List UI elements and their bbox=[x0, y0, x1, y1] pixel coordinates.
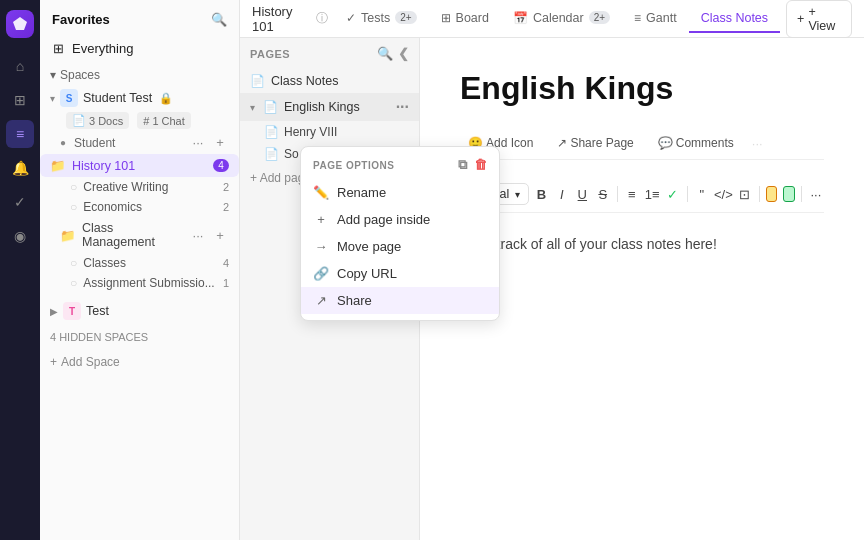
ctx-link-icon: 🔗 bbox=[313, 266, 329, 281]
page-item-henry-viii[interactable]: 📄 Henry VIII bbox=[240, 121, 419, 143]
class-mgmt-actions: ··· + bbox=[189, 228, 229, 243]
chevron-down2-icon: ▾ bbox=[250, 102, 255, 113]
tab-calendar[interactable]: 📅 Calendar 2+ bbox=[501, 5, 622, 33]
tab-class-notes[interactable]: Class Notes bbox=[689, 5, 780, 33]
italic-button[interactable]: I bbox=[554, 182, 570, 206]
color-green[interactable] bbox=[783, 186, 795, 202]
folder-icon: 📁 bbox=[50, 158, 66, 173]
svg-marker-0 bbox=[13, 17, 27, 30]
board-icon: ⊞ bbox=[441, 11, 451, 25]
sidebar-search-icon[interactable]: 🔍 bbox=[211, 12, 227, 27]
creative-count: 2 bbox=[223, 181, 229, 193]
rail-home-icon[interactable]: ⌂ bbox=[6, 52, 34, 80]
ctx-copy-url[interactable]: 🔗 Copy URL bbox=[301, 260, 499, 287]
space-student-test[interactable]: ▾ S Student Test 🔒 bbox=[40, 86, 239, 110]
favorites-title: Favorites bbox=[52, 12, 110, 27]
sidebar-item-everything[interactable]: ⊞ Everything bbox=[40, 37, 239, 60]
share-page-button[interactable]: ↗ Share Page bbox=[549, 133, 641, 153]
nav-item-assignment[interactable]: ○ Assignment Submissio... 1 bbox=[40, 273, 239, 293]
unordered-list-button[interactable]: ≡ bbox=[624, 182, 640, 206]
circle-sm4-icon: ○ bbox=[70, 276, 77, 290]
rail-grid-icon[interactable]: ⊞ bbox=[6, 86, 34, 114]
ctx-add-page-inside[interactable]: + Add page inside bbox=[301, 206, 499, 233]
ctx-header-actions: ⧉ 🗑 bbox=[458, 157, 487, 173]
info-icon[interactable]: ⓘ bbox=[316, 10, 328, 27]
student-add-icon[interactable]: + bbox=[211, 135, 229, 150]
add-view-button[interactable]: + + View bbox=[786, 0, 852, 38]
space-test[interactable]: ▶ T Test bbox=[40, 299, 239, 323]
child-doc2-icon: 📄 bbox=[264, 147, 279, 161]
student-badge: S bbox=[60, 89, 78, 107]
nav-item-creative-writing[interactable]: ○ Creative Writing 2 bbox=[40, 177, 239, 197]
underline-button[interactable]: U bbox=[574, 182, 590, 206]
pages-search-icon[interactable]: 🔍 bbox=[377, 46, 394, 61]
tab-tests[interactable]: ✓ Tests 2+ bbox=[334, 5, 429, 33]
calendar-badge: 2+ bbox=[589, 11, 610, 24]
breadcrumb-title: History 101 bbox=[252, 4, 312, 34]
ordered-list-button[interactable]: 1≡ bbox=[644, 182, 660, 206]
tests-icon: ✓ bbox=[346, 11, 356, 25]
chat-chip[interactable]: # 1 Chat bbox=[137, 112, 191, 129]
student-group[interactable]: ● Student ··· + bbox=[40, 131, 239, 154]
class-mgmt-add-icon[interactable]: + bbox=[211, 228, 229, 243]
ctx-rename[interactable]: ✏️ Rename bbox=[301, 179, 499, 206]
chat-icon: # bbox=[143, 115, 149, 127]
top-bar-right: + + View bbox=[786, 0, 852, 38]
pages-header: PAGES 🔍 ❮ bbox=[240, 38, 419, 69]
app-logo bbox=[6, 10, 34, 38]
ctx-move-page[interactable]: → Move page bbox=[301, 233, 499, 260]
nav-item-economics[interactable]: ○ Economics 2 bbox=[40, 197, 239, 217]
tab-gantt[interactable]: ≡ Gantt bbox=[622, 5, 689, 33]
page-title: English Kings bbox=[460, 70, 824, 107]
ctx-trash-icon[interactable]: 🗑 bbox=[474, 157, 488, 173]
embed-button[interactable]: ⊡ bbox=[737, 182, 753, 206]
sidebar-header: Favorites 🔍 bbox=[40, 0, 239, 33]
circle-icon: ● bbox=[60, 137, 66, 148]
everything-icon: ⊞ bbox=[50, 41, 66, 56]
pages-collapse-icon[interactable]: ❮ bbox=[398, 46, 410, 61]
ctx-copy-icon[interactable]: ⧉ bbox=[458, 157, 468, 173]
more-format-button[interactable]: ··· bbox=[808, 182, 824, 206]
share-icon: ↗ bbox=[557, 136, 567, 150]
test-badge: T bbox=[63, 302, 81, 320]
ctx-share[interactable]: ↗ Share bbox=[301, 287, 499, 314]
student-sub-docs: 📄 3 Docs # 1 Chat bbox=[40, 110, 239, 131]
pages-panel: PAGES 🔍 ❮ 📄 Class Notes ▾ 📄 English King… bbox=[240, 38, 420, 540]
page-item-class-notes[interactable]: 📄 Class Notes bbox=[240, 69, 419, 93]
quote-button[interactable]: " bbox=[694, 182, 710, 206]
child-doc-icon: 📄 bbox=[264, 125, 279, 139]
rail-pulse-icon[interactable]: ◉ bbox=[6, 222, 34, 250]
circle-sm3-icon: ○ bbox=[70, 256, 77, 270]
ctx-header: PAGE OPTIONS ⧉ 🗑 bbox=[301, 153, 499, 179]
nav-item-history[interactable]: 📁 History 101 4 bbox=[40, 154, 239, 177]
fmt-sep4 bbox=[801, 186, 802, 202]
chevron-right-icon: ▶ bbox=[50, 306, 58, 317]
chevron-down3-icon: ▾ bbox=[515, 189, 520, 200]
tab-board[interactable]: ⊞ Board bbox=[429, 5, 501, 33]
fmt-sep1 bbox=[617, 186, 618, 202]
rail-docs-icon[interactable]: ≡ bbox=[6, 120, 34, 148]
student-more-icon[interactable]: ··· bbox=[189, 135, 207, 150]
class-management-group[interactable]: 📁 Class Management ··· + bbox=[40, 217, 239, 253]
classes-count: 4 bbox=[223, 257, 229, 269]
spaces-group-header[interactable]: ▾ Spaces bbox=[40, 64, 239, 86]
docs-chip[interactable]: 📄 3 Docs bbox=[66, 112, 129, 129]
page-item-english-kings[interactable]: ▾ 📄 English Kings ··· bbox=[240, 93, 419, 121]
bold-button[interactable]: B bbox=[533, 182, 549, 206]
check-list-button[interactable]: ✓ bbox=[664, 182, 680, 206]
color-yellow[interactable] bbox=[766, 186, 778, 202]
page-doc-icon: 📄 bbox=[250, 74, 265, 88]
code-button[interactable]: </> bbox=[714, 182, 733, 206]
strikethrough-button[interactable]: S bbox=[595, 182, 611, 206]
comments-button[interactable]: 💬 Comments bbox=[650, 133, 742, 153]
toolbar-sep: ··· bbox=[750, 136, 765, 151]
rail-bell-icon[interactable]: 🔔 bbox=[6, 154, 34, 182]
class-mgmt-more-icon[interactable]: ··· bbox=[189, 228, 207, 243]
history-count-badge: 4 bbox=[213, 159, 229, 172]
rail-check-icon[interactable]: ✓ bbox=[6, 188, 34, 216]
add-space-button[interactable]: + Add Space bbox=[40, 351, 239, 373]
page-options-icon[interactable]: ··· bbox=[396, 98, 409, 116]
lock-icon: 🔒 bbox=[159, 92, 173, 105]
gantt-icon: ≡ bbox=[634, 11, 641, 25]
nav-item-classes[interactable]: ○ Classes 4 bbox=[40, 253, 239, 273]
